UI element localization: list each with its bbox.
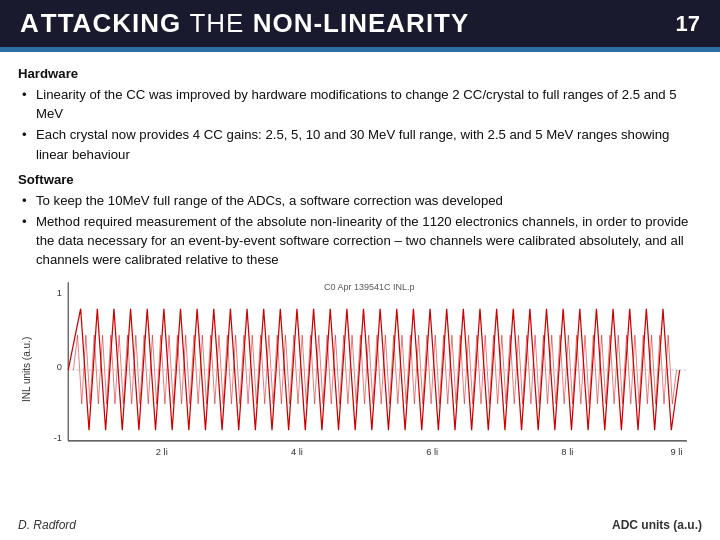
svg-text:2 li: 2 li bbox=[155, 446, 167, 457]
slide-title: ATTACKING THE NON-LINEARITY bbox=[20, 8, 469, 39]
svg-rect-0 bbox=[37, 277, 703, 462]
footer-x-label: ADC units (a.u.) bbox=[612, 518, 702, 532]
svg-text:4 li: 4 li bbox=[290, 446, 302, 457]
software-label: Software bbox=[18, 170, 702, 189]
svg-text:-1: -1 bbox=[53, 432, 61, 443]
main-content: Hardware Linearity of the CC was improve… bbox=[0, 52, 720, 462]
chart-y-label: INL units (a.u.) bbox=[18, 277, 37, 462]
list-item: Each crystal now provides 4 CC gains: 2.… bbox=[18, 125, 702, 163]
svg-text:1: 1 bbox=[56, 287, 61, 298]
chart-svg: 1 0 -1 2 li 4 li 6 li 8 li 9 li bbox=[37, 277, 703, 462]
list-item: Method required measurement of the absol… bbox=[18, 212, 702, 269]
header: ATTACKING THE NON-LINEARITY 17 bbox=[0, 0, 720, 47]
chart-area: INL units (a.u.) C0 Apr 139541C INL.p 1 … bbox=[18, 277, 702, 462]
svg-text:8 li: 8 li bbox=[561, 446, 573, 457]
svg-text:0: 0 bbox=[56, 361, 61, 372]
chart-annotation: C0 Apr 139541C INL.p bbox=[324, 281, 415, 294]
software-list: To keep the 10MeV full range of the ADCs… bbox=[18, 191, 702, 270]
hardware-list: Linearity of the CC was improved by hard… bbox=[18, 85, 702, 164]
list-item: Linearity of the CC was improved by hard… bbox=[18, 85, 702, 123]
chart-inner: C0 Apr 139541C INL.p 1 0 -1 2 li 4 li 6 … bbox=[37, 277, 703, 462]
svg-text:6 li: 6 li bbox=[426, 446, 438, 457]
slide-number: 17 bbox=[676, 11, 700, 37]
footer-author: D. Radford bbox=[18, 518, 76, 532]
list-item: To keep the 10MeV full range of the ADCs… bbox=[18, 191, 702, 210]
svg-text:9 li: 9 li bbox=[670, 446, 682, 457]
hardware-label: Hardware bbox=[18, 64, 702, 83]
footer: D. Radford ADC units (a.u.) bbox=[18, 518, 702, 532]
